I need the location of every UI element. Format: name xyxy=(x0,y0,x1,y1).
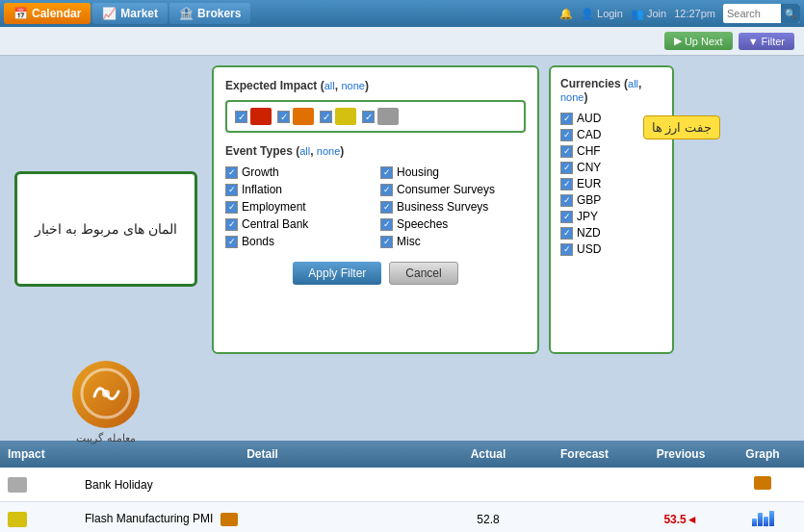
col-impact: Impact xyxy=(8,447,85,461)
join-btn[interactable]: 👥 Join xyxy=(631,8,666,20)
time-display: 12:27pm xyxy=(674,8,715,19)
filter-icon: ▼ xyxy=(748,36,759,47)
event-item-employment: ✓ Employment xyxy=(225,200,371,214)
impact-item-orange: ✓ xyxy=(277,108,314,125)
login-btn[interactable]: 👤 Login xyxy=(581,8,623,20)
main-area: المان های مربوط به اخبار Expected Impact… xyxy=(0,56,804,364)
market-nav-btn[interactable]: 📈 Market xyxy=(92,3,168,24)
impact-all-link[interactable]: all xyxy=(324,80,335,91)
bell-icon[interactable]: 🔔 xyxy=(559,8,573,20)
cb-jpy[interactable]: ✓ xyxy=(560,211,573,223)
cb-gbp[interactable]: ✓ xyxy=(560,194,573,207)
currency-label-cny: CNY xyxy=(577,161,601,174)
col-previous: Previous xyxy=(633,447,729,461)
currencies-none-link[interactable]: none xyxy=(560,91,584,103)
currency-chf: ✓ CHF xyxy=(560,144,662,158)
currencies-title: Currencies (all, none) xyxy=(560,77,662,104)
apply-filter-button[interactable]: Apply Filter xyxy=(293,262,381,285)
cb-aud[interactable]: ✓ xyxy=(560,113,573,125)
logo-circle xyxy=(72,361,140,428)
cb-chf[interactable]: ✓ xyxy=(560,145,573,158)
event-cb-consumer[interactable]: ✓ xyxy=(380,184,393,196)
event-label-speeches: Speeches xyxy=(397,217,448,231)
row-previous: 53.5◄ xyxy=(633,513,729,526)
currency-jpy: ✓ JPY xyxy=(560,210,662,223)
row-actual: 52.8 xyxy=(440,513,536,526)
cb-eur[interactable]: ✓ xyxy=(560,178,573,190)
event-label-misc: Misc xyxy=(397,235,421,248)
detail-icon[interactable] xyxy=(754,476,771,490)
detail-icon[interactable] xyxy=(220,513,238,526)
event-item-growth: ✓ Growth xyxy=(225,165,371,179)
brokers-nav-btn[interactable]: 🏦 Brokers xyxy=(169,3,250,24)
calendar-icon: 📅 xyxy=(13,7,28,20)
chart-icon[interactable] xyxy=(752,509,774,526)
table-header: Impact Detail Actual Forecast Previous G… xyxy=(0,441,804,468)
impact-cb-yellow[interactable]: ✓ xyxy=(320,111,332,123)
logo-area: معامله گرببت xyxy=(14,361,197,444)
impact-icon-red xyxy=(250,108,272,125)
table-row: Bank Holiday xyxy=(0,468,804,502)
cancel-button[interactable]: Cancel xyxy=(389,262,457,285)
event-label-centralbank: Central Bank xyxy=(242,217,308,231)
impact-none-link[interactable]: none xyxy=(341,80,364,91)
event-cb-housing[interactable]: ✓ xyxy=(380,166,393,179)
cb-usd[interactable]: ✓ xyxy=(560,243,573,256)
logo-svg xyxy=(80,367,133,420)
event-item-consumer: ✓ Consumer Surveys xyxy=(380,183,526,196)
impact-cb-gray[interactable]: ✓ xyxy=(362,111,375,123)
top-navigation: 📅 Calendar 📈 Market 🏦 Brokers 🔔 👤 Login … xyxy=(0,0,804,27)
search-box[interactable]: 🔍 xyxy=(723,4,800,23)
cb-cad[interactable]: ✓ xyxy=(560,129,573,141)
calendar-nav-btn[interactable]: 📅 Calendar xyxy=(4,3,91,24)
upnext-button[interactable]: ▶ Up Next xyxy=(664,32,733,50)
event-item-misc: ✓ Misc xyxy=(380,235,526,248)
impact-item-red: ✓ xyxy=(235,108,272,125)
filter-button[interactable]: ▼ Filter xyxy=(739,33,794,50)
search-button[interactable]: 🔍 xyxy=(781,4,800,23)
currency-cny: ✓ CNY xyxy=(560,161,662,174)
event-label-housing: Housing xyxy=(397,165,439,179)
data-table: Impact Detail Actual Forecast Previous G… xyxy=(0,441,804,532)
col-detail: Detail xyxy=(85,447,440,461)
event-cb-employment[interactable]: ✓ xyxy=(225,201,238,214)
nav-right: 🔔 👤 Login 👥 Join 12:27pm 🔍 xyxy=(559,4,800,23)
event-label-inflation: Inflation xyxy=(242,183,282,196)
cb-cny[interactable]: ✓ xyxy=(560,162,573,174)
currency-label-nzd: NZD xyxy=(577,226,601,240)
event-cb-misc[interactable]: ✓ xyxy=(380,236,393,248)
events-none-link[interactable]: none xyxy=(317,145,340,157)
impact-icon-gray xyxy=(377,108,399,125)
event-cb-speeches[interactable]: ✓ xyxy=(380,218,393,231)
svg-point-1 xyxy=(102,390,110,397)
currency-label-chf: CHF xyxy=(577,144,601,158)
currency-nzd: ✓ NZD xyxy=(560,226,662,240)
row-name: Bank Holiday xyxy=(85,478,440,492)
event-cb-growth[interactable]: ✓ xyxy=(225,166,238,179)
event-item-housing: ✓ Housing xyxy=(380,165,526,179)
currencies-all-link[interactable]: all xyxy=(628,78,638,89)
impact-icon-orange xyxy=(293,108,314,125)
event-label-employment: Employment xyxy=(242,200,306,214)
event-cb-business[interactable]: ✓ xyxy=(380,201,393,214)
event-cb-centralbank[interactable]: ✓ xyxy=(225,218,238,231)
search-input[interactable] xyxy=(723,4,781,23)
currency-label-gbp: GBP xyxy=(577,193,601,207)
row-graph xyxy=(729,509,796,529)
currency-annotation: جفت ارز ها xyxy=(643,115,720,139)
impact-cb-orange[interactable]: ✓ xyxy=(277,111,290,123)
brokers-icon: 🏦 xyxy=(179,7,194,20)
event-cb-inflation[interactable]: ✓ xyxy=(225,184,238,196)
events-all-link[interactable]: all xyxy=(299,145,310,157)
currency-eur: ✓ EUR xyxy=(560,177,662,190)
event-label-bonds: Bonds xyxy=(242,235,274,248)
impact-cb-red[interactable]: ✓ xyxy=(235,111,247,123)
impact-icon-yellow xyxy=(335,108,356,125)
currencies-panel: Currencies (all, none) ✓ AUD ✓ CAD ✓ CHF… xyxy=(549,65,674,354)
currency-label-eur: EUR xyxy=(577,177,601,190)
impact-item-gray: ✓ xyxy=(362,108,399,125)
currency-label-cad: CAD xyxy=(577,128,601,141)
event-cb-bonds[interactable]: ✓ xyxy=(225,236,238,248)
event-types-title: Event Types (all, none) xyxy=(225,144,526,158)
cb-nzd[interactable]: ✓ xyxy=(560,227,573,240)
